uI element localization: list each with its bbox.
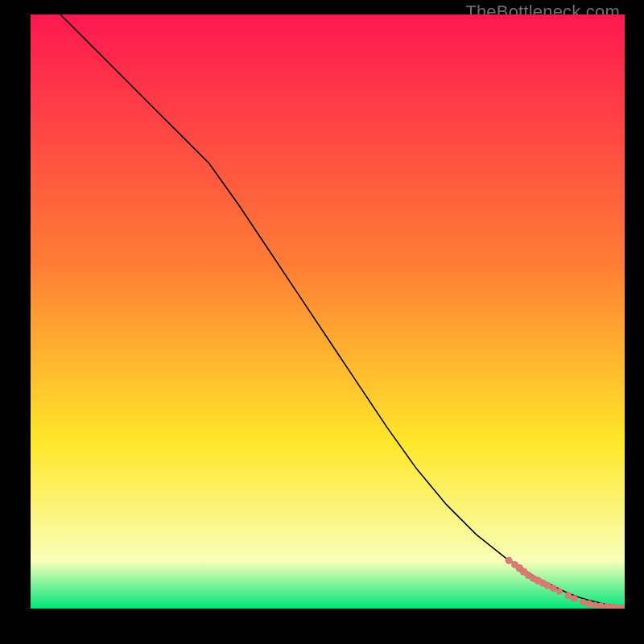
highlight-point: [506, 557, 513, 564]
chart-svg: [31, 14, 625, 609]
highlight-point: [585, 601, 592, 608]
plot-area: [31, 14, 625, 609]
highlight-point: [550, 584, 557, 592]
highlight-point: [598, 602, 605, 609]
chart-stage: TheBottleneck.com: [0, 0, 644, 644]
highlight-point: [564, 592, 572, 599]
highlight-point: [580, 599, 586, 605]
highlight-point: [592, 601, 598, 608]
highlight-point: [556, 588, 563, 594]
gradient-bg: [31, 14, 625, 609]
highlight-point: [571, 595, 577, 601]
